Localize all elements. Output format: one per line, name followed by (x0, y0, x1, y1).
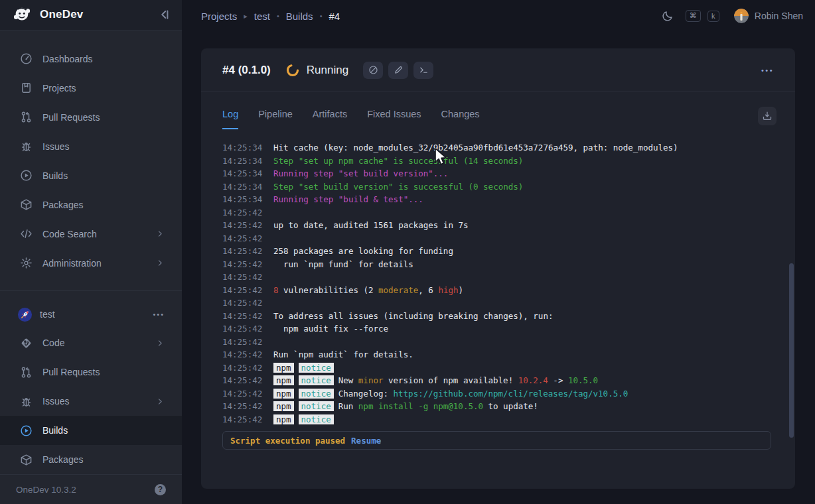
log-message: npm audit fix --force (273, 322, 388, 336)
topbar-right: ⌘ k Robin Shen (662, 9, 803, 23)
build-header: #4 (0.1.0) Running ••• (201, 48, 795, 92)
chevron-right-icon (156, 397, 165, 406)
breadcrumb--4: #4 (329, 11, 340, 22)
bug-icon (20, 140, 33, 153)
tabs: LogPipelineArtifactsFixed IssuesChanges (222, 109, 480, 129)
paused-banner: Script execution paused Resume (222, 431, 771, 450)
project-item-builds[interactable]: Builds (0, 416, 182, 445)
log-line: 14:25:34Running step "build & test"... (222, 193, 771, 206)
log-timestamp: 14:25:42 (222, 400, 263, 413)
log-timestamp: 14:25:42 (222, 284, 263, 297)
pull-request-icon (20, 366, 33, 379)
log-line: 14:25:42npmnotice (222, 361, 771, 375)
chevron-right-icon (156, 229, 165, 238)
project-item-issues[interactable]: Issues (0, 387, 182, 416)
log-line: 14:25:42258 packages are looking for fun… (222, 245, 771, 258)
log-timestamp: 14:25:42 (222, 245, 263, 258)
project-name: test (40, 309, 55, 320)
sidebar-collapse-icon[interactable] (158, 8, 171, 21)
log-scrollbar[interactable] (789, 263, 794, 438)
tab-pipeline[interactable]: Pipeline (258, 109, 293, 129)
sidebar-header: OneDev (0, 0, 182, 31)
content: #4 (0.1.0) Running ••• LogPipelineArtifa… (182, 32, 815, 504)
topbar: Projects▸test•Builds•#4 ⌘ k (182, 0, 815, 32)
sidebar-item-administration[interactable]: Administration (0, 249, 182, 278)
resume-link[interactable]: Resume (351, 436, 381, 446)
log-timestamp: 14:25:34 (222, 155, 263, 168)
log-timestamp: 14:25:42 (222, 361, 263, 375)
terminal-button[interactable] (413, 62, 433, 79)
log-line: 14:25:34Step "set build version" is succ… (222, 180, 771, 194)
log-line: 14:25:42Run `npm audit` for details. (222, 348, 771, 361)
log-line: 14:25:34Running step "set build version"… (222, 167, 771, 180)
tab-artifacts[interactable]: Artifacts (313, 109, 347, 129)
breadcrumb-projects[interactable]: Projects (201, 11, 237, 22)
sidebar: OneDev DashboardsProjectsPull RequestsIs… (0, 0, 182, 504)
log-timestamp: 14:25:42 (222, 374, 263, 387)
app-window: OneDev DashboardsProjectsPull RequestsIs… (0, 0, 815, 504)
project-item-packages[interactable]: Packages (0, 445, 182, 474)
breadcrumb-test[interactable]: test (254, 11, 270, 22)
play-circle-icon (20, 169, 33, 182)
log-timestamp: 14:25:34 (222, 193, 263, 206)
log-line: 14:25:42up to date, audited 1561 package… (222, 219, 771, 232)
project-item-code[interactable]: Code (0, 328, 182, 357)
sidebar-item-code-search[interactable]: Code Search (0, 220, 182, 249)
log-timestamp: 14:25:42 (222, 310, 263, 323)
dark-mode-moon-icon[interactable] (662, 10, 674, 22)
log-timestamp: 14:25:34 (222, 141, 263, 155)
log-message: To address all issues (including breakin… (273, 310, 553, 323)
log-line: 14:25:42 (222, 232, 771, 245)
breadcrumb-separator: • (320, 12, 323, 20)
onedev-logo-icon (12, 5, 32, 25)
build-title: #4 (0.1.0) (222, 64, 271, 77)
cancel-button[interactable] (363, 62, 383, 79)
chevron-right-icon (156, 339, 165, 347)
sidebar-item-builds[interactable]: Builds (0, 161, 182, 190)
log-line: 14:25:34Hit cache (key: node_modules_32/… (222, 141, 771, 155)
edit-button[interactable] (388, 62, 408, 79)
sidebar-item-packages[interactable]: Packages (0, 190, 182, 220)
log-line: 14:25:42npmnoticeChangelog: https://gith… (222, 387, 771, 401)
log-message: run `npm fund` for details (273, 258, 413, 271)
log-timestamp: 14:25:42 (222, 348, 263, 361)
log-line: 14:25:42 run `npm fund` for details (222, 258, 771, 271)
log-line: 14:25:34Step "set up npm cache" is succe… (222, 155, 771, 168)
package-icon (20, 198, 33, 211)
tabs-row: LogPipelineArtifactsFixed IssuesChanges (201, 92, 795, 131)
version-label: OneDev 10.3.2 (16, 485, 76, 495)
log-timestamp: 14:25:34 (222, 167, 263, 180)
log-message: up to date, audited 1561 packages in 7s (273, 219, 469, 232)
tab-changes[interactable]: Changes (441, 109, 480, 129)
log-message: npmnoticeRun npm install -g npm@10.5.0 t… (273, 400, 538, 413)
project-item-pull-requests[interactable]: Pull Requests (0, 357, 182, 387)
sidebar-project-switcher[interactable]: test ••• (0, 301, 182, 329)
user-name: Robin Shen (755, 11, 803, 21)
package-icon (20, 454, 33, 466)
sidebar-item-dashboards[interactable]: Dashboards (0, 44, 182, 74)
log-line: 14:25:42npmnotice (222, 413, 771, 426)
dashboard-icon (20, 52, 33, 65)
log-timestamp: 14:25:42 (222, 322, 263, 336)
help-icon[interactable]: ? (155, 484, 166, 495)
log-message: 8 vulnerabilities (2 moderate, 6 high) (273, 284, 463, 297)
log-timestamp: 14:25:42 (222, 336, 263, 349)
breadcrumb-builds[interactable]: Builds (286, 11, 313, 22)
tab-fixed-issues[interactable]: Fixed Issues (367, 109, 421, 129)
project-nav: CodePull RequestsIssuesBuildsPackages (0, 328, 182, 474)
tab-log[interactable]: Log (222, 109, 238, 129)
pull-request-icon (20, 111, 33, 123)
sidebar-item-issues[interactable]: Issues (0, 132, 182, 161)
log-timestamp: 14:25:42 (222, 232, 263, 245)
build-more-icon[interactable]: ••• (761, 66, 774, 74)
download-log-button[interactable] (758, 107, 777, 125)
log-line: 14:25:42To address all issues (including… (222, 310, 771, 323)
log-line: 14:25:42npmnoticeRun npm install -g npm@… (222, 400, 771, 413)
sidebar-item-pull-requests[interactable]: Pull Requests (0, 103, 182, 132)
log-message: Step "set up npm cache" is successful (1… (273, 155, 523, 168)
project-more-icon[interactable]: ••• (153, 310, 165, 318)
sidebar-item-projects[interactable]: Projects (0, 74, 182, 103)
user-menu[interactable]: Robin Shen (734, 9, 803, 23)
brand-name: OneDev (40, 8, 83, 21)
log-message: Step "set build version" is successful (… (273, 180, 523, 194)
